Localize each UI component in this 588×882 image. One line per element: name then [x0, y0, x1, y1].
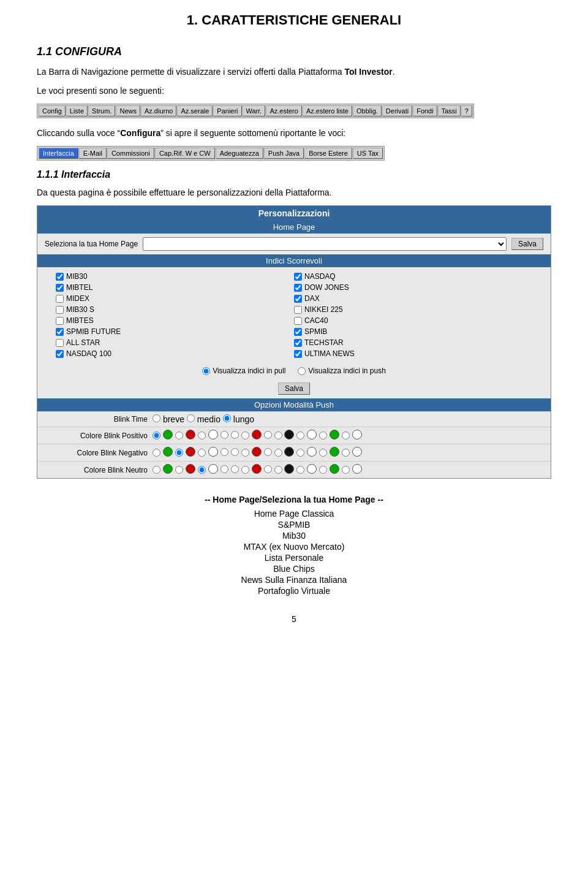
cn-opt2[interactable] [175, 447, 195, 458]
cp-opt4[interactable] [221, 431, 228, 441]
cnu-opt1[interactable] [153, 464, 173, 476]
list-item: Home Page Classica [37, 509, 551, 519]
sub-interfaccia[interactable]: Interfaccia [39, 148, 78, 159]
cnu-opt7[interactable] [264, 465, 272, 475]
nav-azserale[interactable]: Az.serale [177, 105, 213, 116]
nav-liste[interactable]: Liste [66, 105, 88, 116]
radio-push[interactable] [298, 367, 306, 375]
list-item: MTAX (ex Nuovo Mercato) [37, 542, 551, 552]
checkbox-techstar[interactable] [294, 339, 302, 347]
checkbox-spmib[interactable] [294, 328, 302, 336]
sub-borseestere[interactable]: Borse Estere [304, 148, 352, 159]
navbar: Config Liste Strum. News Az.diurno Az.se… [37, 104, 474, 118]
blink-medio-radio[interactable] [187, 414, 195, 422]
personalizzazioni-panel: Personalizzazioni Home Page Seleziona la… [37, 205, 551, 479]
cn-opt8[interactable] [274, 447, 295, 458]
checkbox-dowjones[interactable] [294, 284, 302, 292]
cn-opt10[interactable] [319, 447, 339, 458]
cnu-opt9[interactable] [296, 464, 317, 476]
cn-opt5[interactable] [231, 448, 239, 458]
radio-push-label[interactable]: Visualizza indici in push [298, 367, 386, 375]
checkbox-ultimanews[interactable] [294, 350, 302, 358]
blink-breve-radio[interactable] [153, 414, 160, 422]
nav-panieri[interactable]: Panieri [213, 105, 241, 116]
cp-opt8[interactable] [274, 430, 295, 441]
nav-help[interactable]: ? [461, 105, 472, 116]
sub-email[interactable]: E-Mail [79, 148, 107, 159]
checkbox-allstar[interactable] [56, 339, 64, 347]
radio-pull-text: Visualizza indici in pull [213, 367, 285, 375]
cp-opt6[interactable] [241, 430, 262, 441]
checkbox-mibtes[interactable] [56, 317, 64, 325]
blink-lungo-radio[interactable] [223, 414, 231, 422]
cn-opt11[interactable] [342, 447, 362, 458]
sub-ustax[interactable]: US Tax [353, 148, 383, 159]
checkbox-mib30[interactable] [56, 273, 64, 281]
cp-opt11[interactable] [342, 430, 362, 441]
nav-azdiurno[interactable]: Az.diurno [141, 105, 176, 116]
cnu-opt3[interactable] [198, 464, 218, 476]
panel-title: Personalizzazioni [37, 206, 551, 221]
nav-news[interactable]: News [116, 105, 140, 116]
salva-button-1[interactable]: Salva [511, 238, 543, 250]
cp-opt10[interactable] [319, 430, 339, 441]
cp-opt9[interactable] [296, 430, 317, 441]
sub-commissioni[interactable]: Commissioni [107, 148, 154, 159]
cp-circle3 [208, 430, 218, 439]
indice-cac40: CAC40 [294, 315, 532, 326]
checkbox-mibtel[interactable] [56, 284, 64, 292]
cp-opt2[interactable] [175, 430, 195, 441]
cnu-opt8[interactable] [274, 464, 295, 476]
cn-opt4[interactable] [221, 448, 228, 458]
checkbox-mib30s[interactable] [56, 306, 64, 314]
indice-techstar: TECHSTAR [294, 337, 532, 348]
cn-opt3[interactable] [198, 447, 218, 458]
nav-config[interactable]: Config [39, 105, 66, 116]
cp-opt7[interactable] [264, 431, 272, 441]
cp-circle1 [163, 430, 173, 439]
cn-opt9[interactable] [296, 447, 317, 458]
cnu-opt2[interactable] [175, 464, 195, 476]
cnu-opt10[interactable] [319, 464, 339, 476]
cn-circle10 [330, 447, 339, 457]
cp-opt3[interactable] [198, 430, 218, 441]
cp-opt1[interactable] [153, 430, 173, 441]
cnu-opt4[interactable] [221, 465, 228, 475]
checkbox-midex[interactable] [56, 295, 64, 303]
blink-breve-label[interactable]: breve [153, 414, 184, 424]
sub-pushjava[interactable]: Push Java [264, 148, 304, 159]
checkbox-nasdaq100[interactable] [56, 350, 64, 358]
nav-strum[interactable]: Strum. [88, 105, 115, 116]
sub-adeguatezza[interactable]: Adeguatezza [216, 148, 263, 159]
checkbox-nikkei[interactable] [294, 306, 302, 314]
cn-opt6[interactable] [241, 447, 262, 458]
nav-azesteroliste[interactable]: Az.estero liste [303, 105, 352, 116]
opzioni-section-header: Opzioni Modalità Push [37, 398, 551, 411]
checkbox-nasdaq[interactable] [294, 273, 302, 281]
nav-azestero[interactable]: Az.estero [266, 105, 301, 116]
checkbox-cac40[interactable] [294, 317, 302, 325]
sub-caprif[interactable]: Cap.Rif. W e CW [155, 148, 215, 159]
cp-opt5[interactable] [231, 431, 239, 441]
checkbox-spmibfuture[interactable] [56, 328, 64, 336]
blink-lungo-label[interactable]: lungo [223, 414, 254, 424]
cn-circle2 [186, 447, 195, 457]
nav-tassi[interactable]: Tassi [438, 105, 461, 116]
cnu-opt11[interactable] [342, 464, 362, 476]
indice-dowjones: DOW JONES [294, 282, 532, 293]
nav-fondi[interactable]: Fondi [413, 105, 437, 116]
radio-pull-label[interactable]: Visualizza indici in pull [202, 367, 285, 375]
cnu-opt5[interactable] [231, 465, 239, 475]
salva-button-2[interactable]: Salva [278, 382, 310, 395]
nav-warr[interactable]: Warr. [243, 105, 266, 116]
blink-medio-label[interactable]: medio [187, 414, 221, 424]
colore-neutro-row: Colore Blink Neutro [37, 461, 551, 478]
home-page-select[interactable] [143, 237, 507, 251]
radio-pull[interactable] [202, 367, 210, 375]
cnu-opt6[interactable] [241, 464, 262, 476]
cn-opt1[interactable] [153, 447, 173, 458]
cn-opt7[interactable] [264, 448, 272, 458]
checkbox-dax[interactable] [294, 295, 302, 303]
nav-derivati[interactable]: Derivati [382, 105, 412, 116]
nav-obblig[interactable]: Obblig. [353, 105, 382, 116]
